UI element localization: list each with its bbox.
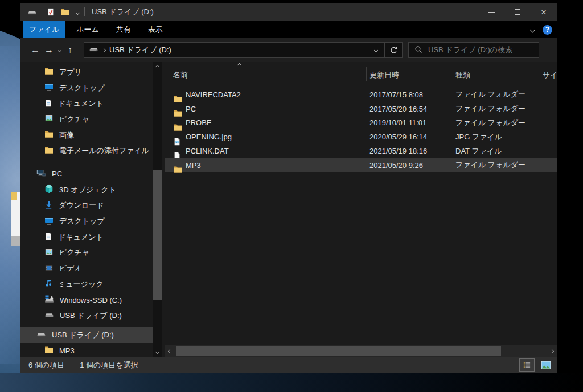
thumbnail-view-button[interactable] — [538, 358, 553, 372]
selection-count: 1 個の項目を選択 — [80, 360, 138, 370]
back-button[interactable]: ← — [28, 45, 42, 55]
sidebar-item-music[interactable]: ミュージック — [20, 277, 153, 292]
table-row[interactable]: NAVIRECDATA2 2017/07/15 8:08 ファイル フォルダー — [165, 88, 557, 102]
breadcrumb-path[interactable]: USB ドライブ (D:) — [109, 45, 171, 55]
table-row[interactable]: PROBE 2019/10/01 11:01 ファイル フォルダー — [165, 116, 557, 130]
ribbon-tab-bar: ファイル ホーム 共有 表示 ? — [20, 21, 557, 38]
sidebar-item-pc[interactable]: PC — [20, 166, 153, 182]
sidebar-item-pictures[interactable]: ピクチャ — [20, 112, 153, 127]
expand-ribbon-icon[interactable] — [530, 27, 536, 32]
navigation-bar: ← → ↑ USB ドライブ (D:) USB ドラ — [20, 38, 557, 62]
sidebar-item-3d-objects[interactable]: 3D オブジェクト — [20, 182, 153, 198]
tab-file[interactable]: ファイル — [23, 21, 65, 38]
tab-home[interactable]: ホーム — [70, 21, 105, 38]
folder-icon — [44, 130, 54, 141]
column-size[interactable]: サイズ — [543, 70, 557, 80]
download-icon — [44, 200, 53, 211]
table-row-selected[interactable]: MP3 2021/05/20 9:26 ファイル フォルダー — [165, 158, 557, 172]
folder-icon — [44, 345, 54, 356]
column-type[interactable]: 種類 — [455, 70, 470, 80]
scroll-up-icon[interactable] — [153, 62, 162, 72]
desktop-icon — [44, 82, 54, 93]
sidebar-item-images[interactable]: 画像 — [20, 127, 153, 143]
item-count: 6 個の項目 — [28, 360, 64, 370]
music-icon — [44, 279, 52, 290]
app-drive-icon — [27, 8, 37, 16]
column-name[interactable]: 名前 — [173, 70, 188, 80]
sidebar-item-documents-pc[interactable]: ドキュメント — [20, 229, 153, 245]
horizontal-scrollbar[interactable] — [165, 345, 557, 357]
properties-icon[interactable] — [47, 7, 55, 16]
sidebar-item-windows-ssd[interactable]: Windows-SSD (C:) — [20, 292, 153, 308]
new-folder-icon[interactable] — [60, 7, 69, 16]
cube-icon — [44, 184, 54, 195]
background-window-content — [11, 192, 17, 200]
details-view-button[interactable] — [519, 358, 535, 372]
sidebar-item-downloads[interactable]: ダウンロード — [20, 198, 153, 214]
close-button[interactable]: × — [531, 3, 557, 21]
sidebar-item-videos[interactable]: ビデオ — [20, 261, 153, 277]
horizontal-scrollbar-thumb[interactable] — [176, 346, 501, 356]
breadcrumb-chevron-icon — [102, 48, 106, 52]
quick-access-toolbar — [47, 7, 80, 16]
scroll-left-icon[interactable] — [165, 345, 175, 357]
status-divider — [72, 361, 72, 369]
sidebar-scrollbar[interactable] — [153, 62, 162, 357]
address-bar[interactable]: USB ドライブ (D:) — [84, 42, 403, 58]
status-bar: 6 個の項目 1 個の項目を選択 — [20, 357, 557, 373]
sidebar-item-pictures-pc[interactable]: ピクチャ — [20, 245, 153, 261]
column-divider[interactable] — [449, 67, 449, 81]
scroll-right-icon[interactable] — [547, 345, 557, 357]
recent-locations-icon[interactable] — [58, 49, 61, 52]
drive-icon — [36, 330, 46, 340]
column-divider[interactable] — [366, 67, 367, 81]
sidebar-item-mp3[interactable]: MP3 — [20, 343, 153, 357]
sidebar-scrollbar-thumb[interactable] — [153, 170, 162, 300]
drive-windows-icon — [44, 295, 54, 306]
sidebar-item-apps[interactable]: アプリ — [20, 64, 153, 80]
titlebar-divider — [42, 7, 42, 16]
help-icon[interactable]: ? — [543, 25, 552, 35]
column-headers: 名前 更新日時 種類 サイズ — [165, 62, 557, 84]
column-modified[interactable]: 更新日時 — [369, 70, 399, 80]
customize-toolbar-dropdown-icon[interactable] — [75, 10, 80, 14]
sidebar-item-usb-drive-root[interactable]: USB ドライブ (D:) — [20, 327, 153, 343]
main-area: アプリ デスクトップ ドキュメント ピクチャ 画像 電子メールの添付ファイル P… — [20, 62, 557, 357]
explorer-window: USB ドライブ (D:) × ファイル ホーム 共有 表示 ? ← → ↑ U… — [20, 3, 557, 373]
desktop-icon — [44, 216, 54, 227]
up-button[interactable]: ↑ — [63, 45, 77, 55]
forward-button[interactable]: → — [42, 45, 56, 55]
folder-icon — [44, 146, 54, 156]
sidebar-item-email-attachments[interactable]: 電子メールの添付ファイル — [20, 143, 153, 159]
sidebar-item-desktop-pc[interactable]: デスクトップ — [20, 213, 153, 229]
search-box[interactable]: USB ドライブ (D:)の検索 — [408, 42, 539, 58]
address-dropdown-icon[interactable] — [367, 43, 384, 57]
sidebar-item-desktop[interactable]: デスクトップ — [20, 80, 153, 96]
video-icon — [44, 264, 54, 274]
drive-icon — [44, 311, 54, 321]
sidebar-item-documents[interactable]: ドキュメント — [20, 96, 153, 112]
pc-icon — [36, 168, 46, 179]
window-controls: × — [478, 3, 557, 21]
minimize-button[interactable] — [478, 3, 504, 21]
sort-ascending-icon — [237, 63, 241, 67]
folder-icon — [44, 67, 54, 77]
titlebar-divider — [84, 7, 85, 16]
table-row[interactable]: PC 2017/05/20 16:54 ファイル フォルダー — [165, 102, 557, 116]
earth-horizon — [0, 373, 583, 392]
tab-view[interactable]: 表示 — [142, 21, 169, 38]
window-title: USB ドライブ (D:) — [92, 7, 154, 17]
picture-icon — [44, 114, 54, 124]
column-divider[interactable] — [540, 67, 540, 81]
tab-share[interactable]: 共有 — [110, 21, 137, 38]
status-divider — [146, 361, 146, 369]
table-row[interactable]: OPENING.jpg 2020/05/29 16:14 JPG ファイル — [165, 130, 557, 144]
breadcrumb[interactable]: USB ドライブ (D:) — [84, 45, 367, 55]
refresh-icon[interactable] — [385, 43, 402, 57]
document-icon — [44, 98, 52, 109]
scroll-down-icon[interactable] — [153, 347, 162, 357]
sidebar-item-usb-drive[interactable]: USB ドライブ (D:) — [20, 308, 153, 324]
document-icon — [44, 232, 52, 242]
table-row[interactable]: PCLINK.DAT 2021/05/19 18:16 DAT ファイル — [165, 144, 557, 158]
maximize-button[interactable] — [504, 3, 531, 21]
